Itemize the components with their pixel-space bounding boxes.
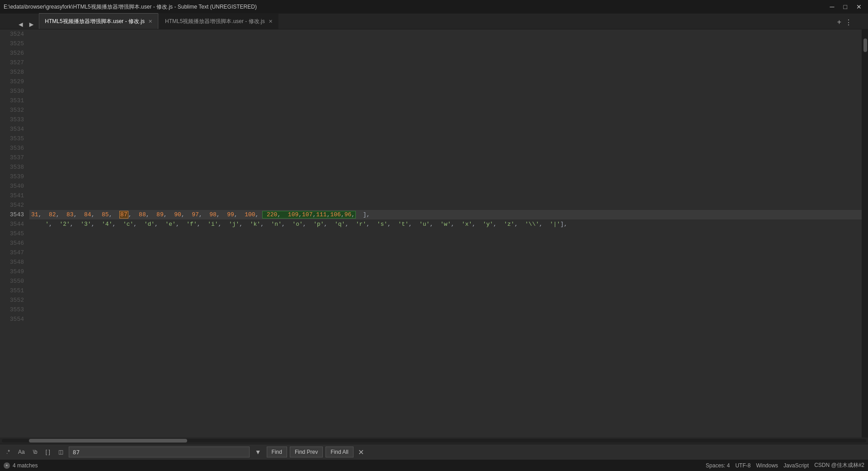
tab-inactive-label: HTML5视频播放器增强脚本.user - 修改.js [165,18,265,25]
line-num-3541: 3541 [4,191,24,200]
tab-menu-button[interactable]: ⋮ [845,18,852,27]
code-area[interactable]: 31, 82, 83, 84, 85, 87, 88, 89, 90, 97, … [29,29,862,438]
tab-active[interactable]: HTML5视频播放器增强脚本.user - 修改.js ✕ [39,13,158,29]
line-num-3532: 3532 [4,105,24,115]
line-num-3538: 3538 [4,162,24,172]
code-line-3536 [29,143,862,153]
line-num-3534: 3534 [4,124,24,134]
minimize-button[interactable]: ─ [827,2,837,11]
status-bar: ✦ 4 matches Spaces: 4 UTF-8 Windows Java… [0,460,868,471]
h-scrollbar-track [2,439,866,442]
find-input[interactable] [69,447,250,457]
find-prev-button[interactable]: Find Prev [290,447,323,457]
tab-nav-forward[interactable]: ▶ [28,20,35,29]
code-line-3531 [29,96,862,105]
find-option-case[interactable]: Aa [15,447,28,457]
line-num-3524: 3524 [4,29,24,39]
code-line-3525 [29,39,862,48]
status-line-ending: Windows [756,462,778,469]
status-syntax: JavaScript [783,462,809,469]
code-line-3537 [29,153,862,162]
line-num-3531: 3531 [4,96,24,105]
line-num-3537: 3537 [4,153,24,162]
tab-active-close[interactable]: ✕ [148,19,152,24]
window-controls[interactable]: ─ □ ✕ [827,2,864,11]
code-line-3540 [29,181,862,191]
find-bar: .* Aa \b [ ] ◫ ▼ Find Find Prev Find All… [0,444,868,460]
tab-active-label: HTML5视频播放器增强脚本.user - 修改.js [45,18,145,25]
line-num-3550: 3550 [4,276,24,286]
vertical-scrollbar[interactable] [862,29,868,438]
code-line-3542 [29,200,862,210]
line-num-3540: 3540 [4,181,24,191]
code-line-3545 [29,229,862,238]
h-scrollbar-thumb[interactable] [29,439,187,442]
code-line-3541 [29,191,862,200]
tab-nav-back[interactable]: ◀ [16,20,26,29]
find-dropdown-button[interactable]: ▼ [252,447,264,457]
code-line-3552 [29,295,862,305]
code-line-3548 [29,257,862,267]
find-option-highlight[interactable]: ◫ [56,447,66,457]
status-dot: ✦ [4,462,10,469]
find-option-selection[interactable]: [ ] [43,447,53,457]
code-nums-3543a: 31 [31,211,38,218]
find-all-button[interactable]: Find All [326,447,353,457]
horizontal-scrollbar[interactable] [0,438,868,444]
code-line-3553 [29,305,862,314]
line-num-3539: 3539 [4,172,24,181]
scrollbar-thumb[interactable] [863,38,867,52]
line-num-3553: 3553 [4,305,24,314]
line-num-3549: 3549 [4,267,24,276]
line-num-3526: 3526 [4,48,24,58]
status-match-count: 4 matches [13,462,38,469]
line-num-3529: 3529 [4,77,24,86]
line-num-3546: 3546 [4,238,24,248]
code-line-3538 [29,162,862,172]
line-num-3551: 3551 [4,286,24,295]
find-button[interactable]: Find [267,447,287,457]
line-num-3545: 3545 [4,229,24,238]
code-line-3550 [29,276,862,286]
tab-inactive[interactable]: HTML5视频播放器增强脚本.user - 修改.js ✕ [159,13,278,29]
new-tab-button[interactable]: + [837,19,841,27]
title-bar: E:\edata\browser\greasyfork\HTML5视频播放器增强… [0,0,868,14]
line-num-3533: 3533 [4,115,24,124]
code-line-3549 [29,267,862,276]
code-line-3532 [29,105,862,115]
search-match-87: 87 [119,211,128,219]
tab-bar: ◀ ▶ HTML5视频播放器增强脚本.user - 修改.js ✕ HTML5视… [0,14,868,29]
code-line-3546 [29,238,862,248]
editor-container: 3524 3525 3526 3527 3528 3529 3530 3531 … [0,29,868,438]
status-bar-right: Spaces: 4 UTF-8 Windows JavaScript CSDN … [706,461,864,469]
line-num-3543: 3543 [4,210,24,219]
line-num-3525: 3525 [4,39,24,48]
find-option-regex[interactable]: .* [4,447,13,457]
code-line-3529 [29,77,862,86]
maximize-button[interactable]: □ [841,2,850,11]
tab-inactive-close[interactable]: ✕ [269,19,273,24]
close-button[interactable]: ✕ [854,2,864,11]
line-num-3535: 3535 [4,134,24,143]
code-line-3551 [29,286,862,295]
line-num-3554: 3554 [4,314,24,324]
find-option-word[interactable]: \b [30,447,40,457]
code-line-3534 [29,124,862,134]
code-line-3539 [29,172,862,181]
code-line-3543: 31, 82, 83, 84, 85, 87, 88, 89, 90, 97, … [29,210,862,219]
code-line-3527 [29,58,862,67]
code-line-3547 [29,248,862,257]
code-line-3528 [29,67,862,77]
status-encoding: UTF-8 [735,462,750,469]
line-numbers: 3524 3525 3526 3527 3528 3529 3530 3531 … [0,29,29,438]
code-line-3554 [29,314,862,324]
status-bar-left: ✦ 4 matches [4,462,38,469]
tab-right-controls[interactable]: + ⋮ [837,18,852,29]
status-tab-size: CSDN @佳木成林#2 [814,461,864,469]
code-line-3524 [29,29,862,39]
line-num-3527: 3527 [4,58,24,67]
find-close-button[interactable]: ✕ [358,448,364,457]
code-line-3533 [29,115,862,124]
line-num-3530: 3530 [4,86,24,96]
search-highlight-range: 220, 109,107,111,106,96, [262,211,356,219]
